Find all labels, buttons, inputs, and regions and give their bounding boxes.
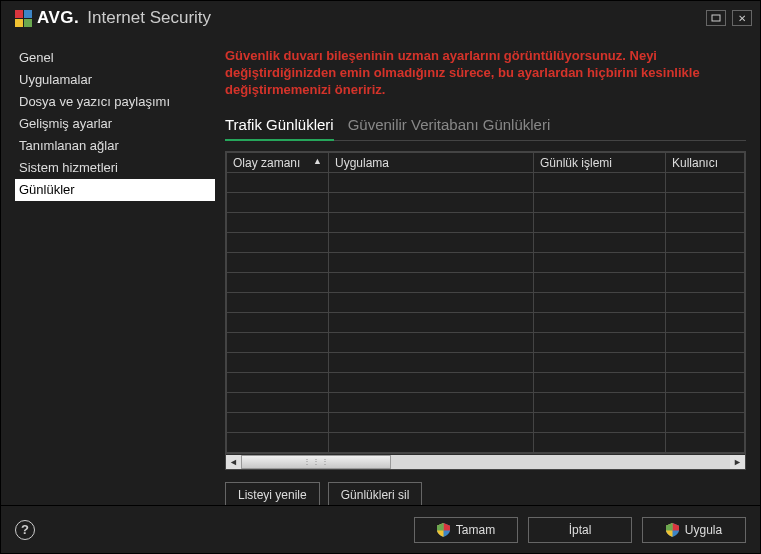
cancel-button[interactable]: İptal [528,517,632,543]
scroll-left-arrow-icon[interactable]: ◄ [226,455,241,469]
table-cell [534,333,666,353]
table-cell [329,253,534,273]
table-cell [534,353,666,373]
table-cell [534,253,666,273]
table-cell [534,413,666,433]
apply-label: Uygula [685,523,722,537]
table-cell [227,373,329,393]
table-cell [329,293,534,313]
table-cell [329,393,534,413]
cancel-label: İptal [569,523,592,537]
table-row[interactable] [227,333,745,353]
log-table: Olay zamanı▲UygulamaGünlük işlemiKullanı… [225,151,746,470]
table-row[interactable] [227,313,745,333]
table-cell [227,353,329,373]
sidebar-item-3[interactable]: Gelişmiş ayarlar [15,113,215,135]
column-header-1[interactable]: Uygulama [329,153,534,173]
ok-label: Tamam [456,523,495,537]
table-row[interactable] [227,193,745,213]
table-row[interactable] [227,253,745,273]
column-header-3[interactable]: Kullanıcı [666,153,745,173]
sidebar-item-2[interactable]: Dosya ve yazıcı paylaşımı [15,91,215,113]
scroll-right-arrow-icon[interactable]: ► [730,455,745,469]
table-cell [329,413,534,433]
table-cell [227,313,329,333]
delete-logs-button[interactable]: Günlükleri sil [328,482,423,505]
table-cell [329,433,534,453]
svg-rect-0 [712,15,720,21]
table-cell [534,233,666,253]
close-button[interactable]: ✕ [732,10,752,26]
table-cell [329,273,534,293]
app-window: AVG. Internet Security ✕ GenelUygulamala… [0,0,761,554]
tab-bar: Trafik GünlükleriGüvenilir Veritabanı Gü… [225,112,746,141]
table-row[interactable] [227,353,745,373]
table-row[interactable] [227,173,745,193]
horizontal-scrollbar[interactable]: ◄ ⋮⋮⋮ ► [226,453,745,469]
apply-button[interactable]: Uygula [642,517,746,543]
table-cell [666,333,745,353]
table-row[interactable] [227,233,745,253]
table-cell [329,353,534,373]
tab-0[interactable]: Trafik Günlükleri [225,112,334,141]
table-cell [666,253,745,273]
tab-1[interactable]: Güvenilir Veritabanı Günlükleri [348,112,551,140]
table-cell [227,333,329,353]
sidebar-item-4[interactable]: Tanımlanan ağlar [15,135,215,157]
table-cell [534,213,666,233]
table-row[interactable] [227,393,745,413]
shield-icon [666,523,679,537]
column-header-0[interactable]: Olay zamanı▲ [227,153,329,173]
table-cell [329,313,534,333]
main-panel: Güvenlik duvarı bileşeninin uzman ayarla… [225,47,746,505]
table-cell [666,273,745,293]
table-cell [666,293,745,313]
product-title: Internet Security [87,8,211,28]
table-cell [534,433,666,453]
table-cell [329,333,534,353]
table-cell [227,233,329,253]
table-row[interactable] [227,433,745,453]
table-cell [227,433,329,453]
sidebar-item-0[interactable]: Genel [15,47,215,69]
table-cell [534,293,666,313]
table-cell [666,213,745,233]
sidebar-item-5[interactable]: Sistem hizmetleri [15,157,215,179]
table-cell [329,233,534,253]
column-header-2[interactable]: Günlük işlemi [534,153,666,173]
table-cell [329,173,534,193]
table-row[interactable] [227,273,745,293]
minimize-button[interactable] [706,10,726,26]
sidebar-item-6[interactable]: Günlükler [15,179,215,201]
table-cell [227,273,329,293]
table-cell [666,413,745,433]
refresh-list-button[interactable]: Listeyi yenile [225,482,320,505]
table-cell [666,433,745,453]
table-cell [534,193,666,213]
scroll-track[interactable]: ⋮⋮⋮ [241,455,730,469]
ok-button[interactable]: Tamam [414,517,518,543]
table-row[interactable] [227,373,745,393]
table-cell [534,373,666,393]
footer: ? Tamam İptal Uygula [1,505,760,553]
table-cell [329,373,534,393]
sidebar-item-1[interactable]: Uygulamalar [15,69,215,91]
table-cell [227,253,329,273]
table-cell [227,393,329,413]
table-row[interactable] [227,293,745,313]
table-cell [666,313,745,333]
scroll-thumb[interactable]: ⋮⋮⋮ [241,455,391,469]
help-icon[interactable]: ? [15,520,35,540]
shield-icon [437,523,450,537]
table-cell [227,193,329,213]
table-cell [534,313,666,333]
table-cell [227,413,329,433]
table-cell [666,373,745,393]
table-row[interactable] [227,213,745,233]
table-cell [227,213,329,233]
table-cell [227,293,329,313]
sidebar: GenelUygulamalarDosya ve yazıcı paylaşım… [15,47,215,505]
table-row[interactable] [227,413,745,433]
table-cell [666,233,745,253]
table-cell [666,393,745,413]
